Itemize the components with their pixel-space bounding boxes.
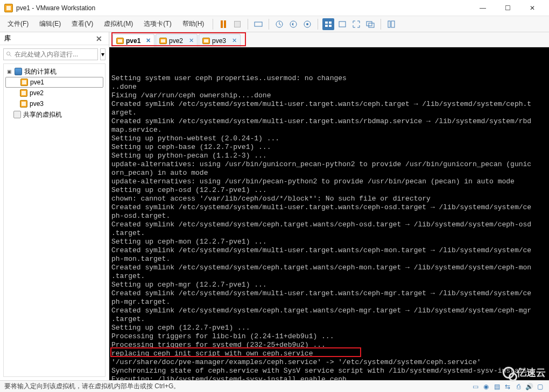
shared-icon [13,111,21,118]
send-ctrl-alt-del-icon[interactable] [252,18,264,30]
app-icon [4,4,13,12]
svg-rect-7 [325,25,328,27]
status-display-icon[interactable]: ▢ [535,382,545,391]
terminal-line: orn_pecan) in auto mode [111,169,547,177]
terminal-line: Processing triggers for systemd (232-25+… [111,341,547,350]
terminal-line: Created symlink /etc/systemd/system/ceph… [111,263,547,272]
svg-rect-9 [339,22,346,27]
fullscreen-icon[interactable] [350,18,362,30]
svg-point-4 [306,23,308,25]
tree-item-label: pve2 [30,89,44,97]
tab-close-icon[interactable]: ✕ [232,37,237,44]
terminal-line: Fixing /var/run/ceph ownership....done [111,91,547,100]
svg-point-14 [7,52,10,55]
snapshot-revert-icon[interactable] [287,18,299,30]
terminal-line: Setting up ceph-mgr (12.2.7-pve1) ... [111,281,547,289]
menu-view[interactable]: 查看(V) [67,17,97,31]
vm-icon [202,38,210,44]
view-consoles-icon[interactable] [322,18,334,30]
terminal-line: arget. [111,109,547,117]
vm-console[interactable]: Setting system user ceph properties..use… [109,47,549,380]
status-hint: 要将输入定向到该虚拟机，请在虚拟机内部单击或按 Ctrl+G。 [4,382,180,391]
terminal-line: Created symlink /etc/systemd/system/mult… [111,289,547,298]
snapshot-take-icon[interactable] [273,18,285,30]
terminal-line: Created symlink /etc/systemd/system/mult… [111,203,547,212]
menu-help[interactable]: 帮助(H) [178,17,209,31]
tab-pve3[interactable]: pve3 ✕ [199,34,241,47]
terminal-line: Setting up python-webtest (2.0.24-1) ... [111,134,547,143]
search-dropdown[interactable]: ▾ [100,48,105,60]
terminal-line: Created symlink /etc/systemd/system/mult… [111,246,547,255]
search-input[interactable] [15,51,95,58]
menu-edit[interactable]: 编辑(E) [35,17,65,31]
terminal-line: Executing: /lib/systemd/systemd-sysv-ins… [111,375,547,380]
unity-icon[interactable] [364,18,376,30]
tree-shared-label: 共享的虚拟机 [23,110,62,119]
snapshot-manager-icon[interactable] [301,18,313,30]
library-close-icon[interactable]: ✕ [94,34,104,43]
main-area: pve1 ✕ pve2 ✕ pve3 ✕ Setting system user… [109,32,549,380]
status-floppy-icon[interactable]: ▤ [492,382,502,391]
tree-shared-vms[interactable]: 共享的虚拟机 [5,109,104,120]
terminal-line: Created symlink /etc/systemd/system/mult… [111,117,547,126]
terminal-line: Processing triggers for libc-bin (2.24-1… [111,332,547,341]
terminal-line: .target. [111,272,547,281]
tab-close-icon[interactable]: ✕ [146,37,151,44]
tree-item-label: pve3 [30,100,44,108]
tree-root-my-computer[interactable]: ▣ 我的计算机 [5,66,104,77]
terminal-line: Setting up python-pecan (1.1.2-3) ... [111,152,547,160]
terminal-line: ph-osd.target. [111,212,547,220]
status-network-icon[interactable]: ⇆ [503,382,512,391]
terminal-line: .target. [111,229,547,238]
tab-close-icon[interactable]: ✕ [189,37,194,44]
terminal-line: Created symlink /etc/systemd/system/mult… [111,100,547,109]
library-title: 库 [4,34,11,43]
terminal-line: Created symlink /etc/systemd/system/ceph… [111,220,547,229]
tree-root-label: 我的计算机 [24,67,57,76]
svg-rect-8 [329,25,332,27]
search-box[interactable] [3,48,98,60]
window-title: pve1 - VMware Workstation [16,4,95,12]
terminal-line: Synchronizing state of ceph.service with… [111,367,547,375]
menu-tabs[interactable]: 选项卡(T) [139,17,175,31]
terminal-line: Setting up ceph-mon (12.2.7-pve1) ... [111,238,547,246]
menu-file[interactable]: 文件(F) [3,17,33,31]
tree-item-pve2[interactable]: pve2 [5,88,104,98]
svg-rect-11 [369,23,374,27]
vm-icon [20,79,28,86]
svg-rect-0 [255,22,262,26]
pause-button[interactable] [217,18,229,30]
terminal-line: Setting system user ceph properties..use… [111,74,547,83]
tab-pve1[interactable]: pve1 ✕ [112,34,154,47]
terminal-line: ph-mgr.target. [111,298,547,307]
tree-item-pve3[interactable]: pve3 [5,98,104,109]
vm-icon [159,38,167,44]
terminal-line: replacing ceph init script with own ceph… [111,350,547,358]
terminal-line: Setting up ceph (12.2.7-pve1) ... [111,324,547,332]
close-button[interactable]: ✕ [520,0,545,16]
statusbar: 要将输入定向到该虚拟机，请在虚拟机内部单击或按 Ctrl+G。 ▭ ◉ ▤ ⇆ … [0,380,549,392]
tab-label: pve1 [126,37,140,45]
view-single-icon[interactable] [336,18,348,30]
titlebar: pve1 - VMware Workstation — ☐ ✕ [0,0,549,16]
terminal-line: Setting up ceph-base (12.2.7-pve1) ... [111,143,547,152]
tree-item-pve1[interactable]: pve1 [5,77,103,88]
minimize-button[interactable]: — [470,0,495,16]
status-cd-icon[interactable]: ◉ [481,382,491,391]
computer-icon [15,68,22,75]
terminal-line: update-alternatives: using /usr/bin/peca… [111,177,547,186]
library-tree[interactable]: ▣ 我的计算机 pve1 pve2 pve3 共享的虚拟机 [3,63,105,377]
library-toggle-icon[interactable] [385,18,397,30]
maximize-button[interactable]: ☐ [495,0,520,16]
twisty-icon[interactable]: ▣ [7,69,12,74]
svg-rect-6 [329,22,332,24]
vm-icon [20,100,27,108]
status-hdd-icon[interactable]: ▭ [470,382,480,391]
svg-rect-12 [388,21,390,27]
stop-button[interactable] [231,18,243,30]
tab-pve2[interactable]: pve2 ✕ [156,34,198,47]
terminal-line: ..done [111,83,547,91]
status-sound-icon[interactable]: 🔊 [524,382,534,391]
status-printer-icon[interactable]: ⎙ [513,382,523,391]
menu-vm[interactable]: 虚拟机(M) [100,17,137,31]
